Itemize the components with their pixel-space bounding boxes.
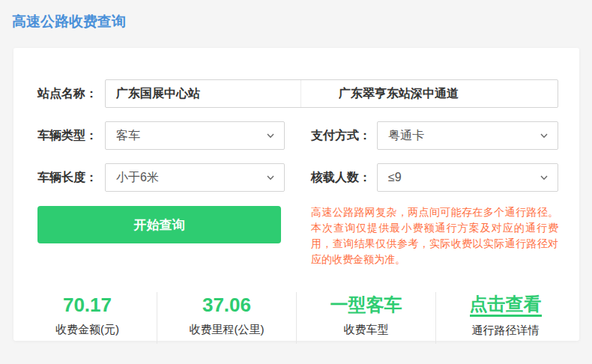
vehicle-class-value: 一型客车 (300, 294, 432, 316)
length-capacity-row: 车辆长度： 小于6米 核载人数： ≤9 (37, 163, 558, 192)
query-form: 站点名称： 车辆类型： 客车 支付方式： 粤通卡 (13, 48, 579, 267)
vehicle-length-select[interactable]: 小于6米 (105, 163, 285, 192)
chevron-down-icon (266, 173, 275, 182)
station-name-label: 站点名称： (37, 86, 105, 102)
vehicle-length-value: 小于6米 (116, 170, 159, 186)
toll-mileage-label: 收费里程(公里) (160, 323, 293, 337)
vehicle-class-label: 收费车型 (300, 323, 432, 337)
passenger-capacity-value: ≤9 (388, 171, 402, 184)
chevron-down-icon (540, 173, 549, 182)
route-details-label: 通行路径详情 (439, 324, 572, 338)
vehicle-type-value: 客车 (116, 128, 140, 144)
payment-method-select[interactable]: 粤通卡 (377, 121, 558, 150)
vehicle-payment-row: 车辆类型： 客车 支付方式： 粤通卡 (37, 121, 558, 150)
vehicle-type-label: 车辆类型： (37, 128, 105, 144)
chevron-down-icon (540, 131, 549, 140)
chevron-down-icon (266, 131, 275, 140)
action-row: 开始查询 高速公路路网复杂，两点间可能存在多个通行路径。本次查询仅提供最小费额通… (37, 206, 558, 267)
payment-method-label: 支付方式： (311, 128, 377, 144)
toll-amount-label: 收费金额(元) (21, 323, 154, 337)
station-inputs-box (105, 79, 558, 108)
end-station-input[interactable] (300, 80, 558, 107)
start-station-input[interactable] (106, 80, 300, 107)
toll-mileage-value: 37.06 (160, 294, 293, 316)
toll-amount-value: 70.17 (21, 294, 154, 316)
result-toll-mileage: 37.06 收费里程(公里) (157, 292, 296, 344)
result-vehicle-class: 一型客车 收费车型 (296, 292, 435, 344)
passenger-capacity-select[interactable]: ≤9 (377, 163, 558, 192)
page-title: 高速公路收费查询 (12, 12, 126, 31)
payment-method-value: 粤通卡 (388, 128, 424, 144)
vehicle-length-label: 车辆长度： (37, 170, 105, 186)
start-query-button[interactable]: 开始查询 (37, 206, 281, 243)
station-row: 站点名称： (37, 79, 558, 108)
results-row: 70.17 收费金额(元) 37.06 收费里程(公里) 一型客车 收费车型 点… (13, 292, 579, 344)
view-route-link[interactable]: 点击查看 (470, 294, 542, 317)
notice-text: 高速公路路网复杂，两点间可能存在多个通行路径。本次查询仅提供最小费额通行方案及对… (311, 204, 558, 267)
query-card: 站点名称： 车辆类型： 客车 支付方式： 粤通卡 (13, 48, 579, 341)
vehicle-type-select[interactable]: 客车 (105, 121, 285, 150)
highway-toll-query-page: 高速公路收费查询 站点名称： 车辆类型： 客车 支付方 (0, 0, 592, 364)
result-toll-amount: 70.17 收费金额(元) (18, 292, 157, 344)
result-route-details: 点击查看 通行路径详情 (435, 292, 575, 344)
passenger-capacity-label: 核载人数： (311, 170, 377, 186)
